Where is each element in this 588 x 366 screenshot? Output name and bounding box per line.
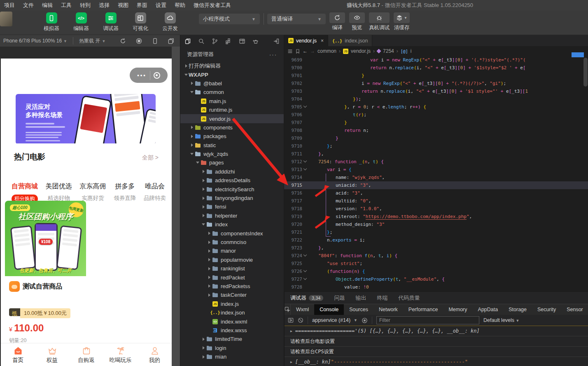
menu-item-视图[interactable]: 视图 <box>114 2 133 9</box>
tree-item-limitedTime[interactable]: limitedTime <box>180 335 284 343</box>
tree-item-componentsIndex[interactable]: componentsIndex <box>180 229 284 237</box>
action-button-预览[interactable]: 预览 <box>349 12 365 31</box>
tree-item-common[interactable]: common <box>180 88 284 96</box>
action-button-编译[interactable]: 编译 <box>329 12 345 31</box>
tree-item-redPacketss[interactable]: redPacketss <box>180 282 284 291</box>
tree-item-manor[interactable]: manor <box>180 246 284 255</box>
menu-item-设置[interactable]: 设置 <box>152 2 170 9</box>
tree-item-fanyongdingdan[interactable]: fanyongdingdan <box>180 194 284 202</box>
panel-tab-代码质量[interactable]: 代码质量 <box>398 294 420 302</box>
product-card[interactable]: 超心100 包周更新 社区团购小程序 ¥108 包更新、包售后、可二开 测试自营… <box>5 201 86 343</box>
compile-dropdown[interactable]: 普通编译▼ <box>267 14 326 24</box>
menu-item-界面[interactable]: 界面 <box>133 2 152 9</box>
refresh-icon[interactable] <box>120 38 126 44</box>
toolbar-button-云开发[interactable]: 云开发 <box>160 12 180 32</box>
search-icon[interactable] <box>198 38 205 45</box>
close-tab-icon[interactable]: × <box>321 38 324 44</box>
multi-window-icon[interactable] <box>168 38 174 44</box>
category-唯品会[interactable]: 唯品会品牌特卖 <box>144 182 166 203</box>
tree-item-index.wxss[interactable]: index.wxss <box>180 326 284 335</box>
mode-dropdown[interactable]: 小程序模式▼ <box>199 14 260 24</box>
tree-item-pages[interactable]: pages <box>180 158 284 167</box>
tree-item-taskCenter[interactable]: taskCenter <box>180 291 284 299</box>
breadcrumb-item[interactable]: 7254 <box>383 48 394 54</box>
devtools-tab-Wxml[interactable]: Wxml <box>291 304 314 315</box>
outline-icon[interactable] <box>287 49 293 54</box>
bookmark-icon[interactable] <box>295 49 300 54</box>
device-selector[interactable]: Phone 6/7/8 Plus 100% 16▼ <box>0 38 70 44</box>
log-levels-dropdown[interactable]: Default levels ▼ <box>483 317 519 323</box>
editor-panel[interactable]: JSvendor.js×{..}index.json ← → common›JS… <box>284 35 588 291</box>
breadcrumb-item[interactable]: i <box>411 48 412 54</box>
tree-item-@babel[interactable]: @babel <box>180 79 284 88</box>
close-target-icon[interactable] <box>154 72 160 79</box>
tree-item-popularmovie[interactable]: popularmovie <box>180 256 284 264</box>
collapse-panel-icon[interactable] <box>273 38 280 45</box>
tree-item-index.js[interactable]: JSindex.js <box>180 300 284 308</box>
menu-item-选择[interactable]: 选择 <box>95 2 114 9</box>
fold-chevron-icon[interactable] <box>303 269 307 272</box>
tree-item-login[interactable]: login <box>180 344 284 352</box>
category-自营商城[interactable]: 自营商城积分换购 <box>12 182 38 203</box>
tree-item-打开的编辑器[interactable]: 打开的编辑器 <box>180 61 284 70</box>
tab-首页[interactable]: 首页 <box>1 343 35 366</box>
tree-item-vendor.js[interactable]: JSvendor.js <box>180 114 284 123</box>
eye-icon[interactable] <box>362 317 368 324</box>
tree-item-helpenter[interactable]: helpenter <box>180 211 284 220</box>
devtools-tab-Network[interactable]: Network <box>373 304 403 315</box>
devtools-tab-Storage[interactable]: Storage <box>503 304 532 315</box>
breadcrumb-item[interactable]: common <box>317 48 336 54</box>
toolbar-button-编辑器[interactable]: </>编辑器 <box>71 12 91 32</box>
toolbar-button-模拟器[interactable]: 模拟器 <box>41 12 62 32</box>
nav-forward-icon[interactable]: → <box>310 48 315 54</box>
tree-item-packages[interactable]: packages <box>180 132 284 141</box>
nav-back-icon[interactable]: ← <box>303 48 308 54</box>
expand-icon[interactable]: ▶ <box>290 360 292 364</box>
tree-item-wjyk_zqds[interactable]: wjyk_zqds <box>180 150 284 158</box>
tree-item-index.wxml[interactable]: <>index.wxml <box>180 317 284 326</box>
tree-item-components[interactable]: components <box>180 123 284 132</box>
tree-item-index.json[interactable]: {..}index.json <box>180 308 284 317</box>
tree-item-mian[interactable]: mian <box>180 352 284 361</box>
tree-item-fensi[interactable]: fensi <box>180 202 284 211</box>
devtools-tab-AppData[interactable]: AppData <box>473 304 504 315</box>
tab-权益[interactable]: 权益 <box>35 343 69 366</box>
panel-tab-调试器[interactable]: 调试器3,34 <box>290 294 323 302</box>
sidebar-toggle-icon[interactable] <box>288 317 294 323</box>
files-icon[interactable] <box>184 38 191 45</box>
devtools-tab-Sources[interactable]: Sources <box>344 304 373 315</box>
fold-chevron-icon[interactable] <box>303 167 307 170</box>
breadcrumb-item[interactable]: vendor.js <box>351 48 371 54</box>
menu-item-工具[interactable]: 工具 <box>57 2 76 9</box>
category-京东高佣[interactable]: 京东高佣实惠好货 <box>80 182 106 203</box>
record-icon[interactable] <box>136 38 142 44</box>
git-icon[interactable] <box>212 38 218 45</box>
menu-item-项目[interactable]: 项目 <box>0 2 19 9</box>
tree-item-main.js[interactable]: JSmain.js <box>180 97 284 106</box>
inspect-element-icon[interactable] <box>285 304 291 315</box>
extensions-icon[interactable] <box>225 38 232 45</box>
action-button-真机调试[interactable]: 真机调试 <box>369 12 390 31</box>
see-all-link[interactable]: 全部 > <box>142 154 159 162</box>
tree-item-index[interactable]: index <box>180 220 284 229</box>
tree-item-adddizhi[interactable]: adddizhi <box>180 167 284 176</box>
more-icon[interactable]: ••• <box>137 72 147 78</box>
menu-item-编辑[interactable]: 编辑 <box>38 2 57 9</box>
execution-context-selector[interactable]: appservice (#14) ▼ <box>312 317 357 323</box>
editor-tab-vendor.js[interactable]: JSvendor.js× <box>284 35 328 46</box>
phone-frame-icon[interactable] <box>152 38 158 44</box>
menu-item-微信开发者工具[interactable]: 微信开发者工具 <box>189 2 235 9</box>
panel-tab-终端[interactable]: 终端 <box>377 294 387 302</box>
fold-chevron-icon[interactable] <box>303 104 307 108</box>
devtools-tab-Console[interactable]: Console <box>314 304 344 315</box>
editor-tab-index.json[interactable]: {..}index.json <box>328 35 372 46</box>
tree-item-runtime.js[interactable]: JSruntime.js <box>180 106 284 114</box>
tab-我的[interactable]: 我的 <box>138 343 172 366</box>
tree-item-addressDetails[interactable]: addressDetails <box>180 176 284 185</box>
tree-item-static[interactable]: static <box>180 141 284 150</box>
toolbar-button-可视化[interactable]: 可视化 <box>130 12 151 32</box>
fold-chevron-icon[interactable] <box>303 253 307 256</box>
fold-chevron-icon[interactable] <box>303 277 307 280</box>
hot-reload-toggle[interactable]: 热重载 开▼ <box>76 38 109 45</box>
devtools-tab-Performance[interactable]: Performance <box>403 304 443 315</box>
